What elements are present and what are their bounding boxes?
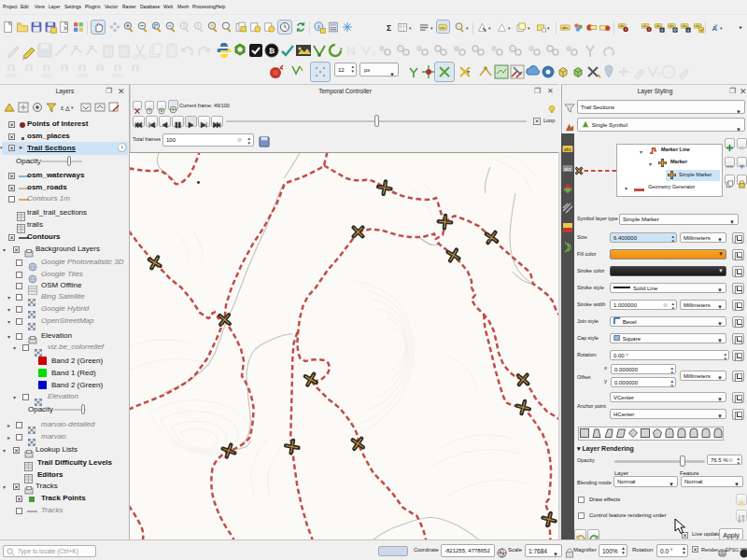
svg-text:Σ: Σ	[387, 23, 391, 33]
svg-text:abc: abc	[440, 25, 445, 30]
svg-text:i: i	[317, 23, 319, 30]
svg-text:abc: abc	[562, 25, 569, 30]
svg-text:Δ: Δ	[65, 105, 70, 112]
svg-text:abc: abc	[564, 147, 572, 152]
svg-text:₿: ₿	[269, 47, 275, 55]
svg-text:i: i	[668, 68, 669, 77]
svg-text:N: N	[346, 44, 355, 58]
svg-text:ε: ε	[61, 104, 64, 112]
svg-text:abc: abc	[564, 166, 572, 172]
